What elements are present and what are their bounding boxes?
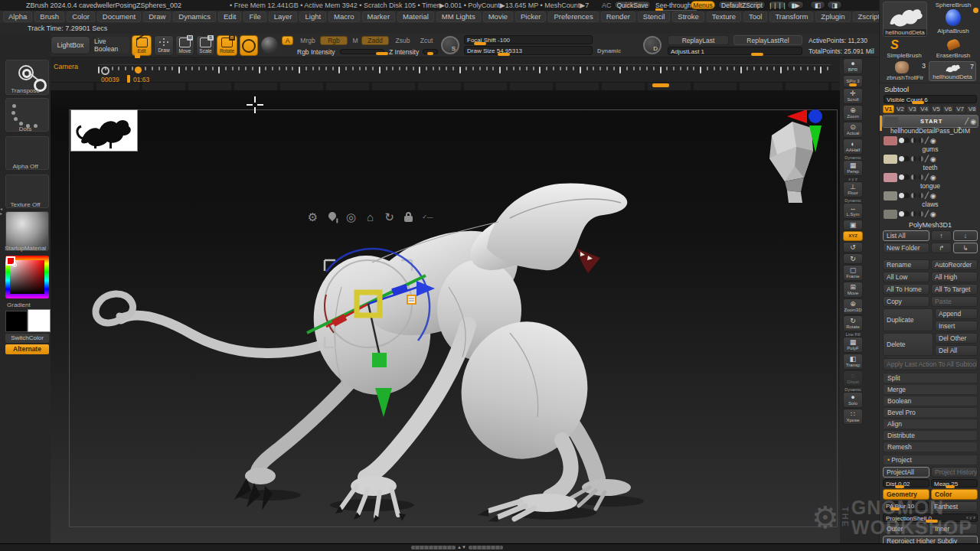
project-history-button[interactable]: Project History bbox=[931, 467, 978, 478]
visibility-eye-icon[interactable]: ◉ bbox=[930, 137, 936, 145]
strip-solo-button[interactable]: Dynamic●Solo bbox=[842, 387, 864, 408]
strip-ghost-button[interactable]: ◌Ghost bbox=[842, 370, 864, 386]
contrast-toggle-icon[interactable] bbox=[911, 174, 916, 180]
layout-left-icon[interactable]: ◧ bbox=[810, 1, 825, 9]
divider-slider-icon[interactable]: ❘❘❘❘ bbox=[769, 1, 786, 9]
subtool-item[interactable]: ╱◉claws bbox=[882, 190, 978, 208]
menu-light[interactable]: Light bbox=[299, 11, 326, 22]
section-distribute[interactable]: Distribute bbox=[883, 430, 978, 441]
strip-local-xyz-button[interactable]: XYZ bbox=[842, 231, 864, 241]
timeline-top-marker[interactable] bbox=[135, 54, 140, 58]
subtool-item[interactable]: ╱◉gums bbox=[882, 135, 978, 153]
subtool-item[interactable]: ╱◉ bbox=[882, 208, 978, 220]
rotate-button[interactable]: R Rotate bbox=[217, 35, 237, 56]
strip-xpose-button[interactable]: ∷Xpose bbox=[842, 409, 864, 425]
strip-move3d-button[interactable]: ⊞Move bbox=[842, 282, 864, 298]
menu-material[interactable]: Material bbox=[397, 11, 434, 22]
shelf-toggle-icon[interactable]: ▮▶ bbox=[787, 1, 804, 9]
location-icon[interactable]: ◎ bbox=[345, 210, 358, 223]
move-button[interactable]: M Move bbox=[175, 35, 194, 56]
move-up-button[interactable]: ↑ bbox=[931, 230, 951, 241]
tray-resize-handle[interactable]: ◂▸ bbox=[0, 207, 2, 216]
menu-macro[interactable]: Macro bbox=[328, 11, 359, 22]
gizmo-toggle-button[interactable] bbox=[240, 35, 258, 56]
menu-picker[interactable]: Picker bbox=[515, 11, 546, 22]
strip-frame-button[interactable]: ▢Frame bbox=[842, 265, 864, 281]
menu-layer[interactable]: Layer bbox=[269, 11, 298, 22]
z-intensity-slider[interactable] bbox=[423, 49, 438, 54]
visibility-tab-v4[interactable]: V4 bbox=[919, 105, 930, 113]
menu-edit[interactable]: Edit bbox=[218, 11, 241, 22]
menu-zplugin[interactable]: Zplugin bbox=[815, 11, 850, 22]
visibility-tab-v2[interactable]: V2 bbox=[895, 105, 906, 113]
scrollbar-segment-right[interactable] bbox=[469, 546, 503, 549]
menu-texture[interactable]: Texture bbox=[707, 11, 741, 22]
sculpt-brush-icon[interactable]: ╱ bbox=[925, 137, 929, 144]
main-color-swatch[interactable] bbox=[5, 311, 28, 332]
contrast-toggle2-icon[interactable] bbox=[918, 174, 923, 180]
menu-mm-lights[interactable]: MM Lights bbox=[436, 11, 481, 22]
default-zscript-button[interactable]: DefaultZScript bbox=[718, 1, 766, 9]
zsub-button[interactable]: Zsub bbox=[392, 36, 413, 45]
contrast-toggle2-icon[interactable] bbox=[918, 193, 923, 198]
strip-local-sym-button[interactable]: Dynamic↔L.Sym bbox=[842, 198, 864, 219]
replay-last-rel-button[interactable]: ReplayLastRel bbox=[733, 35, 802, 45]
strip-aahalf-button[interactable]: ◐AAHalf bbox=[842, 139, 864, 155]
menu-draw[interactable]: Draw bbox=[143, 11, 171, 22]
subtool-item[interactable]: ╱◉teeth bbox=[882, 153, 978, 171]
zadd-button[interactable]: Zadd bbox=[361, 36, 389, 45]
pa-blur-slider[interactable]: PA Blur 10 bbox=[883, 501, 929, 510]
menu-alpha[interactable]: Alpha bbox=[3, 11, 32, 22]
color-picker[interactable] bbox=[5, 256, 49, 298]
subtool-item[interactable]: START╱◉7hellhoundDetailPass_UDIM bbox=[882, 115, 978, 135]
geometry-button[interactable]: Geometry bbox=[883, 489, 929, 500]
strip-zoom3d-button[interactable]: ⊕Zoom3D bbox=[842, 298, 864, 315]
visible-count-slider[interactable]: Visible Count 6 bbox=[884, 95, 977, 103]
append-button[interactable]: Append bbox=[935, 308, 978, 319]
current-tool-thumbnail[interactable]: hellhoundDeta bbox=[883, 2, 927, 37]
gizmo-3d[interactable] bbox=[303, 241, 456, 421]
alpha-brush-thumbnail[interactable] bbox=[946, 9, 961, 26]
home-icon[interactable]: ⌂ bbox=[364, 210, 377, 223]
visibility-tab-v7[interactable]: V7 bbox=[955, 105, 966, 113]
section-bevel-pro[interactable]: Bevel Pro bbox=[883, 407, 978, 418]
menu-tool[interactable]: Tool bbox=[743, 11, 767, 22]
del-all-button[interactable]: Del All bbox=[935, 345, 978, 356]
rename-button[interactable]: Rename bbox=[883, 259, 929, 270]
depth-circle-button[interactable]: D bbox=[643, 36, 662, 54]
contrast-toggle-icon[interactable] bbox=[911, 156, 916, 161]
polypaint-toggle-icon[interactable] bbox=[899, 174, 910, 180]
focal-shift-slider[interactable]: Focal Shift -100 bbox=[464, 35, 593, 44]
strip-zoom-button[interactable]: ⊕Zoom bbox=[842, 105, 864, 121]
visibility-eye-icon[interactable]: ◉ bbox=[930, 192, 936, 200]
menu-document[interactable]: Document bbox=[97, 11, 141, 22]
contrast-toggle2-icon[interactable] bbox=[918, 138, 923, 143]
menus-button[interactable]: Menus bbox=[691, 1, 715, 9]
strip-redo-button[interactable]: ↻ bbox=[842, 253, 864, 264]
sculpt-brush-icon[interactable]: ╱ bbox=[925, 155, 929, 162]
sculpt-brush-icon[interactable]: ╱ bbox=[925, 210, 929, 217]
draw-button[interactable]: Draw bbox=[154, 35, 174, 56]
section-merge[interactable]: Merge bbox=[883, 384, 978, 395]
strip-bpr-button[interactable]: ●BPR bbox=[842, 58, 864, 74]
contrast-toggle-icon[interactable] bbox=[911, 193, 916, 198]
live-boolean-button[interactable]: Live Boolean bbox=[93, 36, 130, 54]
visibility-eye-icon[interactable]: ◉ bbox=[930, 174, 936, 181]
reset-orientation-icon[interactable]: ↻ bbox=[383, 210, 396, 223]
menu-stencil[interactable]: Stencil bbox=[638, 11, 671, 22]
lightbox-button[interactable]: LightBox bbox=[51, 36, 90, 54]
polypaint-toggle-icon[interactable] bbox=[899, 156, 910, 161]
check-dash-icon[interactable]: ✓— bbox=[421, 210, 434, 223]
all-to-target-button[interactable]: All To Target bbox=[931, 284, 978, 295]
scroll-arrows-icon[interactable]: ▲▼ bbox=[457, 545, 466, 549]
visibility-tab-v5[interactable]: V5 bbox=[931, 105, 942, 113]
color-button[interactable]: Color bbox=[931, 489, 978, 500]
contrast-toggle2-icon[interactable] bbox=[918, 156, 923, 161]
layout-right-icon[interactable]: ◨ bbox=[827, 1, 842, 9]
menu-dynamics[interactable]: Dynamics bbox=[173, 11, 216, 22]
secondary-color-swatch[interactable] bbox=[28, 309, 51, 332]
insert-button[interactable]: Insert bbox=[935, 321, 978, 331]
scale-button[interactable]: S Scale bbox=[196, 35, 215, 56]
panel-orange-dot[interactable] bbox=[973, 8, 978, 13]
dist-slider[interactable]: Dist 0.02 bbox=[883, 479, 929, 487]
